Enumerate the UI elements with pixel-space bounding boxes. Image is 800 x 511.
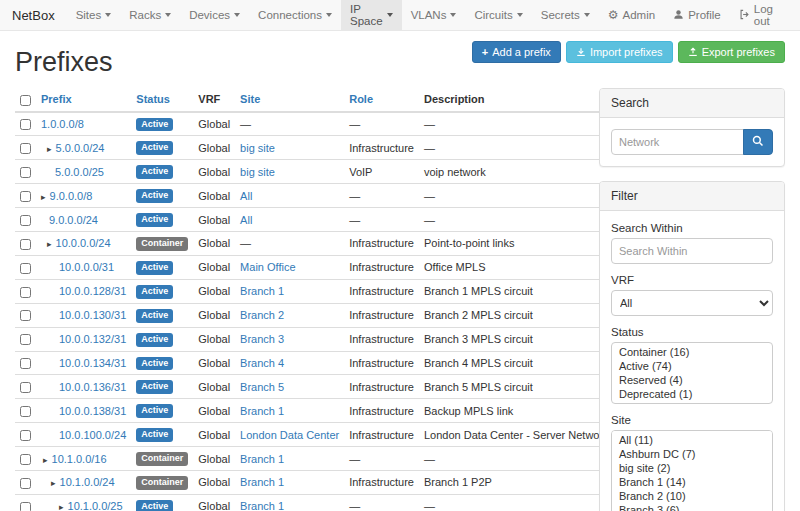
prefix-link[interactable]: 9.0.0.0/8 bbox=[50, 190, 93, 202]
vrf-select[interactable]: All bbox=[611, 290, 773, 316]
site-link[interactable]: All bbox=[240, 214, 252, 226]
filter-option[interactable]: Branch 1 (14) bbox=[612, 475, 772, 489]
nav-item-secrets[interactable]: Secrets bbox=[532, 0, 599, 30]
row-checkbox[interactable] bbox=[20, 287, 31, 298]
prefix-link[interactable]: 5.0.0.0/24 bbox=[56, 142, 105, 154]
brand[interactable]: NetBox bbox=[8, 0, 67, 30]
search-within-input[interactable] bbox=[611, 238, 773, 264]
site-link[interactable]: Branch 1 bbox=[240, 405, 284, 417]
button-label: Import prefixes bbox=[590, 46, 663, 58]
search-input[interactable] bbox=[611, 129, 744, 155]
prefix-link[interactable]: 10.0.100.0/24 bbox=[59, 429, 126, 441]
prefix-link[interactable]: 10.0.0.128/31 bbox=[59, 285, 126, 297]
nav-item-circuits[interactable]: Circuits bbox=[465, 0, 531, 30]
prefix-link[interactable]: 10.0.0.0/31 bbox=[59, 261, 114, 273]
table-row: ▸5.0.0.0/24ActiveGlobalbig siteInfrastru… bbox=[15, 136, 614, 160]
expand-arrow-icon[interactable]: ▸ bbox=[41, 192, 46, 202]
nav-item-logout[interactable]: Log out bbox=[730, 0, 792, 30]
filter-option[interactable]: Deprecated (1) bbox=[612, 387, 772, 401]
row-checkbox[interactable] bbox=[20, 334, 31, 345]
column-header-description: Description bbox=[419, 88, 614, 112]
filter-option[interactable]: Ashburn DC (7) bbox=[612, 447, 772, 461]
row-checkbox[interactable] bbox=[20, 239, 31, 250]
row-checkbox[interactable] bbox=[20, 215, 31, 226]
site-listbox[interactable]: All (11)Ashburn DC (7)big site (2)Branch… bbox=[611, 430, 773, 511]
nav-item-sites[interactable]: Sites bbox=[67, 0, 121, 30]
prefix-link[interactable]: 10.0.0.130/31 bbox=[59, 309, 126, 321]
prefix-link[interactable]: 5.0.0.0/25 bbox=[55, 166, 104, 178]
column-header-link[interactable]: Status bbox=[136, 93, 170, 105]
expand-arrow-icon[interactable]: ▸ bbox=[51, 478, 56, 488]
select-all-checkbox[interactable] bbox=[20, 95, 31, 106]
row-checkbox[interactable] bbox=[20, 119, 31, 130]
prefix-link[interactable]: 10.0.0.138/31 bbox=[59, 405, 126, 417]
description-cell: Office MPLS bbox=[419, 255, 614, 279]
status-listbox[interactable]: Container (16)Active (74)Reserved (4)Dep… bbox=[611, 342, 773, 404]
row-checkbox[interactable] bbox=[20, 191, 31, 202]
prefix-link[interactable]: 10.0.0.0/24 bbox=[56, 237, 111, 249]
row-checkbox[interactable] bbox=[20, 358, 31, 369]
site-link[interactable]: Branch 2 bbox=[240, 309, 284, 321]
row-checkbox[interactable] bbox=[20, 310, 31, 321]
prefix-link[interactable]: 1.0.0.0/8 bbox=[41, 118, 84, 130]
nav-item-admin[interactable]: ⚙ Admin bbox=[599, 0, 664, 30]
nav-item-devices[interactable]: Devices bbox=[180, 0, 249, 30]
row-checkbox[interactable] bbox=[20, 454, 31, 465]
site-link[interactable]: big site bbox=[240, 166, 275, 178]
row-checkbox[interactable] bbox=[20, 502, 31, 511]
add-prefix-button[interactable]: + Add a prefix bbox=[472, 41, 561, 63]
status-badge: Active bbox=[136, 357, 173, 371]
site-link[interactable]: Main Office bbox=[240, 261, 295, 273]
row-checkbox[interactable] bbox=[20, 167, 31, 178]
site-link[interactable]: Branch 1 bbox=[240, 453, 284, 465]
nav-item-racks[interactable]: Racks bbox=[120, 0, 180, 30]
filter-option[interactable]: Reserved (4) bbox=[612, 373, 772, 387]
export-prefixes-button[interactable]: Export prefixes bbox=[678, 41, 785, 63]
nav-item-ip-space[interactable]: IP Space bbox=[341, 0, 402, 30]
role-cell: Infrastructure bbox=[344, 327, 419, 351]
prefix-link[interactable]: 10.1.0.0/16 bbox=[52, 453, 107, 465]
site-link[interactable]: Branch 3 bbox=[240, 333, 284, 345]
prefix-link[interactable]: 10.1.0.0/24 bbox=[60, 476, 115, 488]
row-checkbox[interactable] bbox=[20, 382, 31, 393]
site-link[interactable]: London Data Center bbox=[240, 429, 339, 441]
site-link[interactable]: Branch 1 bbox=[240, 476, 284, 488]
row-checkbox[interactable] bbox=[20, 430, 31, 441]
search-button[interactable] bbox=[743, 129, 773, 155]
column-header-link[interactable]: Role bbox=[349, 93, 373, 105]
row-checkbox[interactable] bbox=[20, 478, 31, 489]
prefix-link[interactable]: 9.0.0.0/24 bbox=[49, 214, 98, 226]
expand-arrow-icon[interactable]: ▸ bbox=[43, 455, 48, 465]
filter-option[interactable]: Active (74) bbox=[612, 359, 772, 373]
prefix-link[interactable]: 10.1.0.0/25 bbox=[68, 500, 123, 511]
role-cell: — bbox=[344, 447, 419, 471]
filter-option[interactable]: Branch 3 (6) bbox=[612, 503, 772, 511]
row-checkbox[interactable] bbox=[20, 263, 31, 274]
filter-option[interactable]: Container (16) bbox=[612, 345, 772, 359]
filter-option[interactable]: Branch 2 (10) bbox=[612, 489, 772, 503]
site-link[interactable]: Branch 1 bbox=[240, 500, 284, 511]
prefix-link[interactable]: 10.0.0.132/31 bbox=[59, 333, 126, 345]
site-link[interactable]: Branch 4 bbox=[240, 357, 284, 369]
row-checkbox[interactable] bbox=[20, 143, 31, 154]
filter-option[interactable]: big site (2) bbox=[612, 461, 772, 475]
filter-option[interactable]: All (11) bbox=[612, 433, 772, 447]
export-icon bbox=[688, 47, 698, 57]
prefix-link[interactable]: 10.0.0.136/31 bbox=[59, 381, 126, 393]
column-header-link[interactable]: Site bbox=[240, 93, 260, 105]
expand-arrow-icon[interactable]: ▸ bbox=[47, 144, 52, 154]
import-prefixes-button[interactable]: Import prefixes bbox=[566, 41, 673, 63]
site-link[interactable]: Branch 1 bbox=[240, 285, 284, 297]
expand-arrow-icon[interactable]: ▸ bbox=[47, 239, 52, 249]
site-link[interactable]: big site bbox=[240, 142, 275, 154]
nav-item-profile[interactable]: Profile bbox=[664, 0, 730, 30]
nav-item-connections[interactable]: Connections bbox=[249, 0, 341, 30]
prefix-link[interactable]: 10.0.0.134/31 bbox=[59, 357, 126, 369]
row-checkbox[interactable] bbox=[20, 406, 31, 417]
chevron-down-icon bbox=[387, 13, 393, 17]
site-link[interactable]: All bbox=[240, 190, 252, 202]
site-link[interactable]: Branch 5 bbox=[240, 381, 284, 393]
expand-arrow-icon[interactable]: ▸ bbox=[59, 502, 64, 511]
nav-item-vlans[interactable]: VLANs bbox=[402, 0, 466, 30]
column-header-link[interactable]: Prefix bbox=[41, 93, 72, 105]
